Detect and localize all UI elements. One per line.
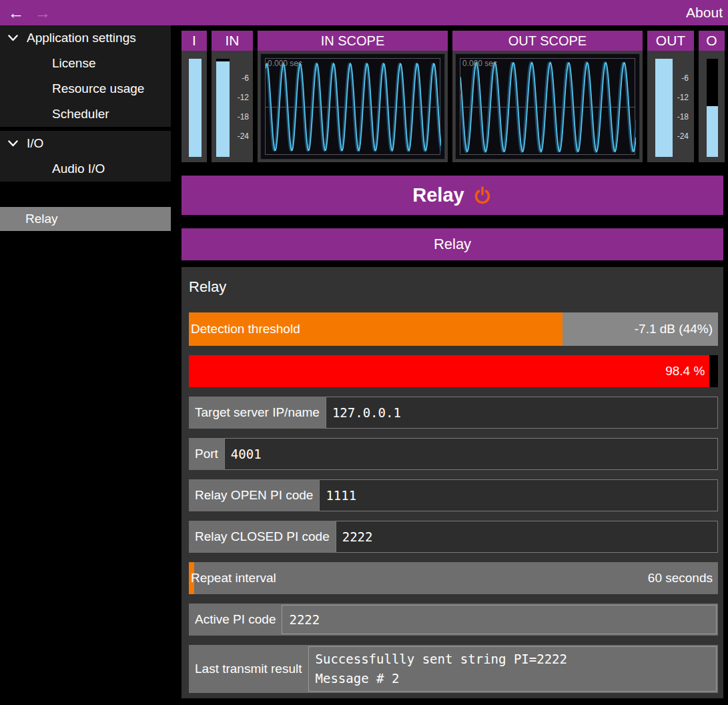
meter-title: OUT	[647, 31, 694, 51]
last-transmit-line1: Successfullly sent string PI=2222	[316, 650, 717, 669]
scale-tick: -24	[677, 132, 689, 141]
sidebar-item-label: Resource usage	[52, 81, 144, 96]
active-pi-value: 2222	[282, 605, 717, 634]
meters-row: I IN -6 -12 -18 -24 IN SCOPE 0.000 sec	[181, 31, 725, 162]
scale-tick: -18	[238, 112, 249, 122]
scale-tick: -12	[677, 93, 689, 102]
meter-body	[181, 51, 207, 162]
active-pi-row: Active PI code 2222	[189, 604, 718, 636]
sidebar-item-label: License	[52, 56, 96, 71]
tab-relay-label: Relay	[434, 236, 471, 253]
target-server-row: Target server IP/name 127.0.0.1	[189, 397, 718, 429]
chevron-down-icon	[8, 35, 27, 41]
signal-level-meter: 98.4 %	[189, 355, 718, 387]
sine-waveform	[460, 59, 636, 156]
meter-track	[216, 59, 230, 157]
relay-settings-panel: Relay Detection threshold -7.1 dB (44%) …	[181, 267, 723, 698]
meter-fill	[707, 106, 718, 157]
sidebar-item-license[interactable]: License	[0, 51, 171, 76]
sine-waveform	[266, 59, 441, 156]
field-label: Relay CLOSED PI code	[189, 521, 336, 553]
slider-label: Repeat interval	[191, 562, 276, 594]
meter-track	[655, 59, 673, 157]
top-bar: ← → About	[0, 0, 728, 25]
sidebar: Application settings License Resource us…	[0, 25, 171, 705]
relay-title-text: Relay	[412, 184, 464, 206]
sidebar-item-label: Application settings	[27, 31, 136, 45]
meter-title: I	[181, 31, 207, 51]
oscilloscope-screen: 0.000 sec	[455, 53, 640, 160]
slider-value: -7.1 dB (44%)	[635, 312, 713, 346]
target-server-input[interactable]: 127.0.0.1	[326, 397, 718, 429]
scale-tick: -6	[681, 73, 689, 83]
port-row: Port 4001	[189, 438, 718, 470]
sidebar-group-application-settings: Application settings License Resource us…	[0, 25, 171, 127]
meter-body: -6 -12 -18 -24	[212, 51, 253, 162]
sidebar-item-label: Relay	[25, 212, 58, 226]
chevron-down-icon	[8, 140, 27, 147]
relay-open-pi-input[interactable]: 1111	[319, 479, 718, 511]
sidebar-item-resource-usage[interactable]: Resource usage	[0, 76, 171, 101]
scope-body: 0.000 sec	[452, 51, 643, 162]
scale-tick: -6	[242, 73, 249, 83]
meter-fill	[216, 61, 230, 157]
last-transmit-value: Successfullly sent string PI=2222 Messag…	[308, 646, 717, 692]
sidebar-item-label: I/O	[27, 136, 43, 151]
sidebar-item-relay-selected[interactable]: Relay	[0, 207, 171, 231]
relay-title-bar[interactable]: Relay	[181, 176, 723, 215]
sidebar-item-audio-io[interactable]: Audio I/O	[0, 156, 171, 182]
sidebar-item-label: Scheduler	[52, 107, 109, 122]
port-input[interactable]: 4001	[224, 438, 718, 470]
meter-value: 98.4 %	[665, 355, 705, 387]
field-label: Relay OPEN PI code	[189, 479, 319, 511]
meter-fill: 98.4 %	[189, 355, 709, 387]
in-scope-panel: IN SCOPE 0.000 sec	[258, 31, 448, 162]
input-level-meter: IN -6 -12 -18 -24	[212, 31, 253, 162]
output-level-meter: OUT -6 -12 -18 -24	[647, 31, 694, 162]
slider-label: Detection threshold	[191, 312, 300, 346]
slider-value: 60 seconds	[648, 562, 713, 594]
field-label: Target server IP/name	[189, 397, 326, 429]
sidebar-group-io: I/O Audio I/O	[0, 131, 171, 182]
field-label: Active PI code	[189, 604, 282, 636]
scope-time-label: 0.000 sec	[268, 59, 302, 68]
power-icon[interactable]	[472, 186, 492, 206]
field-label: Last transmit result	[189, 645, 308, 693]
last-transmit-row: Last transmit result Successfullly sent …	[189, 645, 718, 693]
oscilloscope-screen: 0.000 sec	[260, 53, 445, 160]
last-transmit-line2: Message # 2	[316, 669, 717, 688]
field-label: Port	[189, 438, 224, 470]
sidebar-item-scheduler[interactable]: Scheduler	[0, 101, 171, 127]
scale-tick: -12	[238, 93, 249, 102]
meter-body: -6 -12 -18 -24	[647, 51, 694, 162]
back-arrow-icon[interactable]: ←	[3, 0, 29, 25]
section-title: Relay	[189, 275, 718, 299]
scale-tick: -18	[677, 112, 689, 122]
input-peak-meter: I	[181, 31, 207, 162]
relay-closed-pi-input[interactable]: 2222	[336, 521, 718, 553]
output-peak-meter: O	[699, 31, 725, 162]
sidebar-item-label: Audio I/O	[52, 162, 105, 176]
scope-body: 0.000 sec	[258, 51, 448, 162]
meter-track	[707, 59, 718, 157]
scope-title: IN SCOPE	[258, 31, 448, 51]
scope-time-label: 0.000 sec	[462, 59, 497, 68]
relay-closed-pi-row: Relay CLOSED PI code 2222	[189, 521, 718, 553]
detection-threshold-slider[interactable]: Detection threshold -7.1 dB (44%)	[189, 312, 718, 346]
relay-open-pi-row: Relay OPEN PI code 1111	[189, 479, 718, 511]
about-link[interactable]: About	[686, 0, 723, 25]
meter-fill	[189, 59, 202, 157]
forward-arrow-icon[interactable]: →	[29, 0, 56, 25]
sidebar-item-io[interactable]: I/O	[0, 131, 171, 156]
meter-track	[189, 59, 202, 157]
meter-fill	[655, 59, 673, 157]
tab-relay[interactable]: Relay	[181, 228, 723, 260]
meter-title: IN	[212, 31, 253, 51]
repeat-interval-slider[interactable]: Repeat interval 60 seconds	[189, 562, 718, 594]
sidebar-item-application-settings[interactable]: Application settings	[0, 25, 171, 51]
meter-title: O	[699, 31, 725, 51]
out-scope-panel: OUT SCOPE 0.000 sec	[452, 31, 643, 162]
meter-body	[699, 51, 725, 162]
scope-title: OUT SCOPE	[452, 31, 643, 51]
scale-tick: -24	[238, 132, 249, 141]
